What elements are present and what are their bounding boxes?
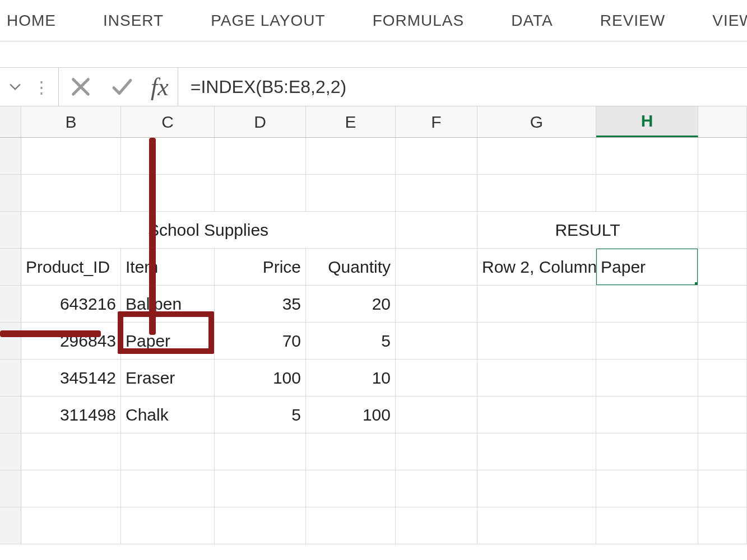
- result-title[interactable]: RESULT: [477, 212, 698, 249]
- cell[interactable]: [306, 470, 396, 507]
- cell[interactable]: [698, 323, 747, 360]
- cell-product-id[interactable]: 311498: [21, 396, 121, 433]
- row-header[interactable]: [0, 138, 21, 175]
- row-header[interactable]: [0, 286, 21, 323]
- cell[interactable]: [596, 470, 698, 507]
- cell[interactable]: [396, 433, 477, 470]
- cell[interactable]: [396, 507, 477, 544]
- cell[interactable]: [215, 175, 306, 212]
- cell[interactable]: [596, 396, 698, 433]
- tab-page-layout[interactable]: PAGE LAYOUT: [187, 12, 349, 30]
- cell-price[interactable]: 100: [215, 360, 306, 396]
- cell-product-id[interactable]: 643216: [21, 286, 121, 323]
- result-label[interactable]: Row 2, Column 2: [477, 249, 596, 286]
- cell[interactable]: [396, 396, 477, 433]
- cell[interactable]: [396, 360, 477, 396]
- cell[interactable]: [698, 286, 747, 323]
- cell[interactable]: [215, 507, 306, 544]
- supplies-title[interactable]: School Supplies: [21, 212, 396, 249]
- cell[interactable]: [698, 360, 747, 396]
- column-header-g[interactable]: G: [477, 106, 596, 137]
- cell[interactable]: [21, 507, 121, 544]
- row-header[interactable]: [0, 360, 21, 396]
- cell[interactable]: [306, 138, 396, 175]
- cell[interactable]: [21, 175, 121, 212]
- cell-price[interactable]: 70: [215, 323, 306, 360]
- cell[interactable]: [477, 396, 596, 433]
- row-header[interactable]: [0, 323, 21, 360]
- cell[interactable]: [396, 249, 477, 286]
- cell[interactable]: [477, 175, 596, 212]
- formula-input[interactable]: [178, 68, 747, 106]
- enter-formula-button[interactable]: [109, 74, 135, 100]
- cell[interactable]: [698, 470, 747, 507]
- cell-qty[interactable]: 10: [306, 360, 396, 396]
- cell-item[interactable]: Paper: [121, 323, 215, 360]
- row-header[interactable]: [0, 396, 21, 433]
- cell[interactable]: [477, 286, 596, 323]
- cell[interactable]: [396, 323, 477, 360]
- cell-product-id[interactable]: 345142: [21, 360, 121, 396]
- cell[interactable]: [396, 470, 477, 507]
- row-header[interactable]: [0, 433, 21, 470]
- cell[interactable]: [396, 175, 477, 212]
- cell[interactable]: [698, 138, 747, 175]
- column-header-d[interactable]: D: [215, 106, 306, 137]
- result-value-cell[interactable]: Paper: [596, 249, 698, 286]
- row-header[interactable]: [0, 175, 21, 212]
- cell[interactable]: [396, 212, 477, 249]
- cell[interactable]: [698, 175, 747, 212]
- row-header[interactable]: [0, 507, 21, 544]
- cell[interactable]: [21, 433, 121, 470]
- cell[interactable]: [21, 470, 121, 507]
- tab-home[interactable]: HOME: [3, 12, 80, 30]
- cell[interactable]: [596, 433, 698, 470]
- worksheet-grid[interactable]: School Supplies RESULT Product_ID Item P…: [0, 138, 747, 544]
- cell-price[interactable]: 5: [215, 396, 306, 433]
- cell[interactable]: [121, 138, 215, 175]
- column-header-e[interactable]: E: [306, 106, 396, 137]
- cell[interactable]: [121, 433, 215, 470]
- cell[interactable]: [306, 433, 396, 470]
- row-header[interactable]: [0, 249, 21, 286]
- cell-item[interactable]: Chalk: [121, 396, 215, 433]
- cell[interactable]: [596, 175, 698, 212]
- supplies-header-product-id[interactable]: Product_ID: [21, 249, 121, 286]
- row-header[interactable]: [0, 212, 21, 249]
- supplies-header-quantity[interactable]: Quantity: [306, 249, 396, 286]
- cell[interactable]: [698, 507, 747, 544]
- cell[interactable]: [306, 175, 396, 212]
- cell[interactable]: [215, 470, 306, 507]
- insert-function-button[interactable]: fx: [151, 73, 169, 101]
- supplies-header-item[interactable]: Item: [121, 249, 215, 286]
- cell[interactable]: [477, 470, 596, 507]
- cell[interactable]: [698, 249, 747, 286]
- cell-product-id[interactable]: 296843: [21, 323, 121, 360]
- column-header-overflow[interactable]: [698, 106, 747, 137]
- cell[interactable]: [477, 138, 596, 175]
- column-header-c[interactable]: C: [121, 106, 215, 137]
- row-header[interactable]: [0, 470, 21, 507]
- cell[interactable]: [121, 175, 215, 212]
- column-header-b[interactable]: B: [21, 106, 121, 137]
- cell-item[interactable]: Ballpen: [121, 286, 215, 323]
- name-box-dropdown[interactable]: [0, 68, 26, 106]
- tab-insert[interactable]: INSERT: [80, 12, 187, 30]
- cell-qty[interactable]: 20: [306, 286, 396, 323]
- cell[interactable]: [215, 138, 306, 175]
- tab-review[interactable]: REVIEW: [577, 12, 689, 30]
- column-header-f[interactable]: F: [396, 106, 477, 137]
- cell[interactable]: [698, 396, 747, 433]
- column-header-h[interactable]: H: [596, 106, 698, 137]
- drag-handle-icon[interactable]: ⋮: [26, 68, 58, 106]
- column-header-stub[interactable]: [0, 106, 21, 137]
- cell[interactable]: [596, 138, 698, 175]
- cell[interactable]: [477, 323, 596, 360]
- cell[interactable]: [477, 360, 596, 396]
- cell[interactable]: [477, 507, 596, 544]
- cancel-formula-button[interactable]: [68, 74, 94, 100]
- cell[interactable]: [596, 507, 698, 544]
- cell[interactable]: [596, 323, 698, 360]
- cell[interactable]: [215, 433, 306, 470]
- cell[interactable]: [121, 470, 215, 507]
